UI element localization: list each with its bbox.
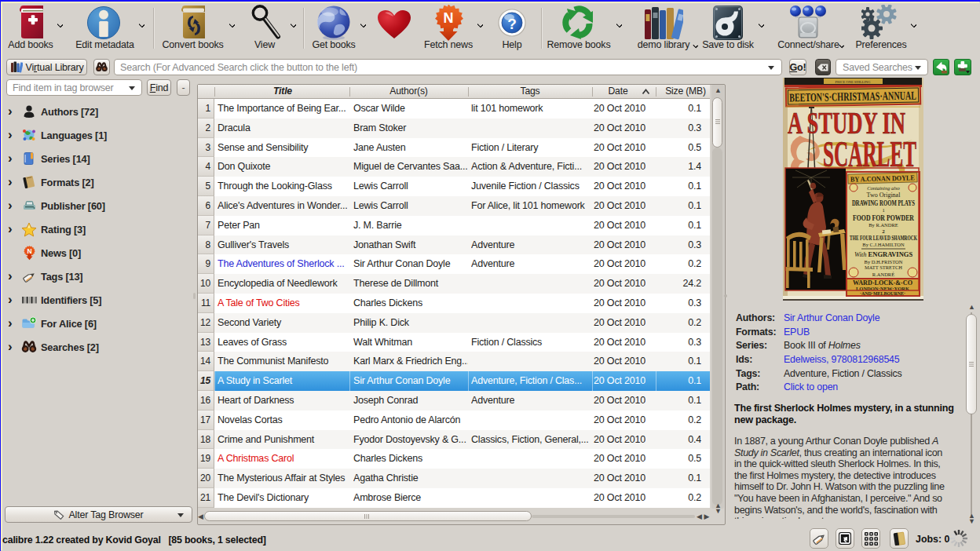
svg-text:Containing also: Containing also <box>867 185 900 191</box>
svg-text:THE FOUR LEAVED SHAMROCK: THE FOUR LEAVED SHAMROCK <box>850 235 918 242</box>
svg-text:1: 1 <box>882 207 884 213</box>
svg-text:N: N <box>27 246 31 254</box>
svg-text:2: 2 <box>882 228 885 235</box>
svg-text:?: ? <box>507 16 517 32</box>
svg-text:FOOD FOR POWDER: FOOD FOR POWDER <box>853 213 915 222</box>
svg-text:With ENGRAVINGS: With ENGRAVINGS <box>854 250 913 258</box>
svg-text:By D.H.FRISTON: By D.H.FRISTON <box>865 259 903 265</box>
svg-text:BEETON'S·CHRISTMAS·ANNUAL: BEETON'S·CHRISTMAS·ANNUAL <box>789 89 916 104</box>
svg-text:MATT STRETCH: MATT STRETCH <box>865 265 902 270</box>
svg-text:R.ANDRÉ: R.ANDRÉ <box>872 272 894 277</box>
svg-text:N: N <box>444 10 454 26</box>
svg-text:By C.J.HAMILTON: By C.J.HAMILTON <box>862 242 905 247</box>
svg-text:Two Original: Two Original <box>867 192 901 199</box>
svg-text:PRICE ONE SHILLING: PRICE ONE SHILLING <box>836 80 872 84</box>
svg-text:·AND·MELBOURNE·: ·AND·MELBOURNE· <box>860 290 905 296</box>
svg-text:By R.ANDRE: By R.ANDRE <box>868 222 898 228</box>
svg-text:DRAWING ROOM PLAYS: DRAWING ROOM PLAYS <box>852 199 915 207</box>
